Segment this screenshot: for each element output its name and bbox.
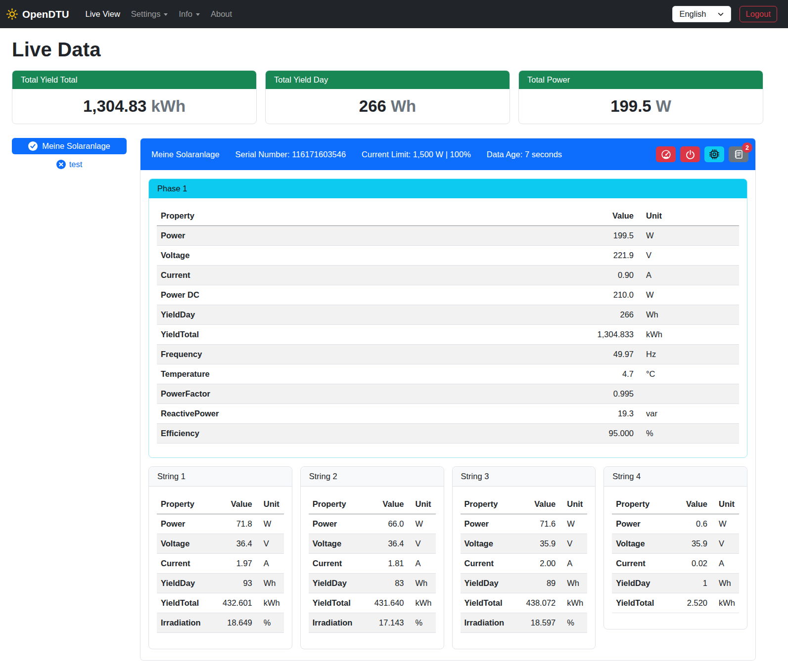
value-cell: 4.7 [578,364,638,384]
value-cell: 0.02 [670,554,711,574]
page-title: Live Data [12,39,763,61]
nav-item-info[interactable]: Info [173,5,205,23]
table-row: Power0.6W [612,514,739,534]
unit-cell: V [638,246,739,266]
logout-button[interactable]: Logout [740,6,777,22]
unit-cell: % [638,424,739,444]
value-cell: 66.0 [367,514,408,534]
value-cell: 221.9 [578,246,638,266]
value-cell: 93 [215,574,256,593]
string-card: String 3 Property Value Unit Power71.6WV… [452,466,596,649]
property-cell: YieldTotal [157,325,578,345]
table-row: YieldTotal431.640kWh [309,593,436,613]
table-row: Power71.6W [461,514,588,534]
value-cell: 35.9 [518,534,559,554]
string-table: Property Value Unit Power71.6WVoltage35.… [461,494,588,633]
brand[interactable]: OpenDTU [6,8,69,20]
summary-card-value: 1,304.83 [83,97,146,115]
power-button[interactable] [680,146,700,162]
unit-cell: V [559,534,587,554]
table-header-row: Property Value Unit [309,494,436,514]
unit-cell: Wh [638,305,739,325]
inverter-card: Meine Solaranlage Serial Number: 1161716… [140,138,756,661]
unit-cell: °C [638,364,739,384]
string-card-body: Property Value Unit Power66.0WVoltage36.… [301,487,444,649]
summary-card-body: 199.5W [519,89,763,124]
limit-settings-button[interactable] [656,146,676,162]
unit-cell: W [256,514,284,534]
unit-cell: % [408,613,436,633]
property-cell: YieldDay [612,574,670,593]
table-row: Frequency49.97Hz [157,345,739,364]
nav-item-settings[interactable]: Settings [126,5,174,23]
property-cell: Power [612,514,670,534]
table-row: ReactivePower19.3var [157,404,739,424]
nav-item-about[interactable]: About [205,5,237,23]
table-row: Irradiation17.143% [309,613,436,633]
chevron-down-icon [196,13,200,16]
inverter-card-body: Phase 1 Property Value Unit Power199.5WV… [140,170,755,660]
event-count-badge: 2 [742,142,752,153]
value-cell: 89 [518,574,559,593]
unit-cell: V [256,534,284,554]
column-header-value: Value [578,206,638,226]
table-row: Voltage36.4V [157,534,284,554]
nav-item-live-view[interactable]: Live View [80,5,126,23]
property-cell: YieldDay [157,574,215,593]
value-cell: 19.3 [578,404,638,424]
column-header-value: Value [367,494,408,514]
string-card: String 2 Property Value Unit Power66.0WV… [300,466,444,649]
summary-card-title: Total Yield Day [266,71,510,89]
navbar: OpenDTU Live View Settings Info About En… [0,0,788,28]
column-header-unit: Unit [711,494,739,514]
language-select[interactable]: English [672,6,731,22]
column-header-property: Property [157,206,578,226]
phase-panel-title: Phase 1 [149,179,747,198]
inverter-sidebar: Meine Solaranlage test [12,138,127,169]
property-cell: Frequency [157,345,578,364]
table-row: YieldTotal1,304.833kWh [157,325,739,345]
value-cell: 1,304.833 [578,325,638,345]
journal-text-icon [734,149,743,159]
chevron-down-icon [717,11,724,18]
summary-card-total-yield-day: Total Yield Day 266Wh [265,70,510,124]
summary-card-total-power: Total Power 199.5W [518,70,763,124]
summary-card-body: 266Wh [266,89,510,124]
nav-links: Live View Settings Info About [80,5,238,23]
chevron-down-icon [164,13,168,16]
table-row: Current0.90A [157,266,739,285]
property-cell: Power [461,514,518,534]
value-cell: 210.0 [578,285,638,305]
inverter-card-header: Meine Solaranlage Serial Number: 1161716… [140,138,755,170]
unit-cell: kWh [408,593,436,613]
value-cell: 36.4 [215,534,256,554]
device-info-button[interactable] [704,146,724,162]
table-row: YieldDay83Wh [309,574,436,593]
column-header-value: Value [215,494,256,514]
property-cell: Temperature [157,364,578,384]
value-cell: 0.995 [578,384,638,404]
sidebar-item-meine-solaranlage[interactable]: Meine Solaranlage [12,138,127,154]
nav-item-info-label: Info [179,9,192,19]
table-row: Voltage36.4V [309,534,436,554]
property-cell: ReactivePower [157,404,578,424]
property-cell: Voltage [461,534,518,554]
event-log-button[interactable]: 2 [729,146,748,162]
value-cell: 432.601 [215,593,256,613]
value-cell: 36.4 [367,534,408,554]
property-cell: YieldDay [461,574,518,593]
unit-cell: kWh [559,593,587,613]
page-container: Live Data Total Yield Total 1,304.83kWh … [0,39,788,672]
property-cell: Voltage [309,534,367,554]
string-table: Property Value Unit Power66.0WVoltage36.… [309,494,436,633]
inverter-data-age: Data Age: 7 seconds [487,150,562,159]
value-cell: 0.90 [578,266,638,285]
sidebar-item-test[interactable]: test [12,160,127,169]
string-table: Property Value Unit Power0.6WVoltage35.9… [612,494,739,613]
phase-panel: Phase 1 Property Value Unit Power199.5WV… [148,179,747,458]
summary-card-unit: W [656,97,671,115]
unit-cell: % [559,613,587,633]
table-row: Efficiency95.000% [157,424,739,444]
string-card-title: String 2 [301,467,444,487]
table-row: Power199.5W [157,226,739,246]
